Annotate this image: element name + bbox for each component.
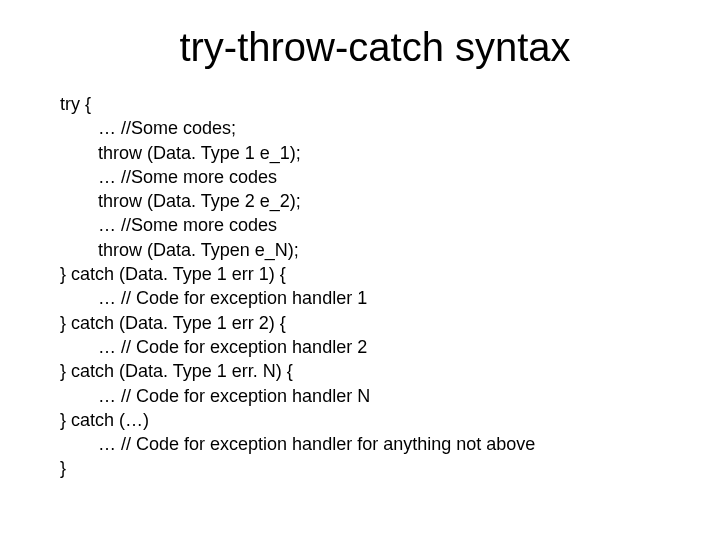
code-line: throw (Data. Typen e_N);	[60, 238, 660, 262]
code-line: } catch (…)	[60, 408, 660, 432]
code-line: … // Code for exception handler 1	[60, 286, 660, 310]
slide-title: try-throw-catch syntax	[90, 25, 660, 70]
code-line: … // Code for exception handler 2	[60, 335, 660, 359]
code-line: throw (Data. Type 2 e_2);	[60, 189, 660, 213]
code-line: } catch (Data. Type 1 err 2) {	[60, 311, 660, 335]
code-line: … //Some more codes	[60, 213, 660, 237]
code-line: } catch (Data. Type 1 err. N) {	[60, 359, 660, 383]
code-line: } catch (Data. Type 1 err 1) {	[60, 262, 660, 286]
code-line: … //Some more codes	[60, 165, 660, 189]
code-block: try { … //Some codes; throw (Data. Type …	[60, 92, 660, 481]
code-line: try {	[60, 92, 660, 116]
code-line: … // Code for exception handler N	[60, 384, 660, 408]
code-line: }	[60, 456, 660, 480]
code-line: … //Some codes;	[60, 116, 660, 140]
code-line: … // Code for exception handler for anyt…	[60, 432, 660, 456]
code-line: throw (Data. Type 1 e_1);	[60, 141, 660, 165]
